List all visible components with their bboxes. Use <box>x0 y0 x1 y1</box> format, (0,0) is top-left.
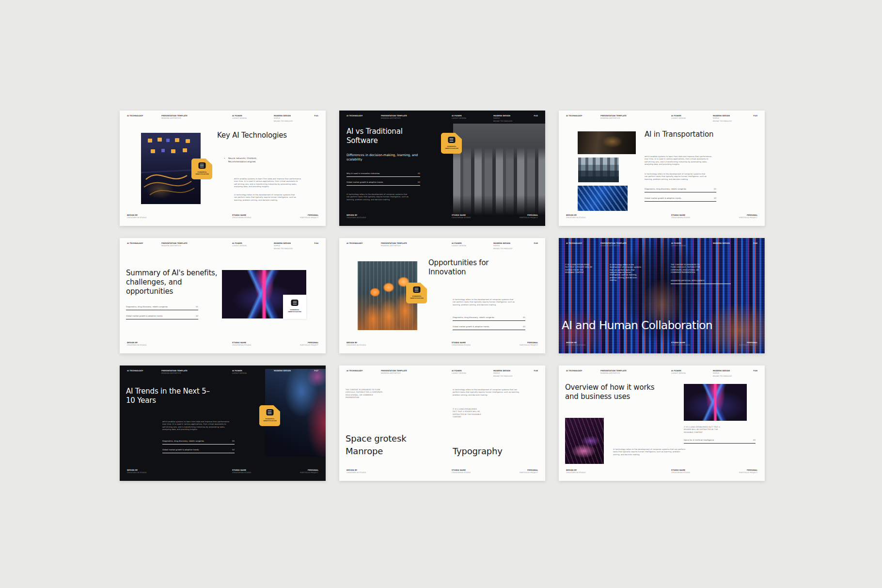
stat-row-1: Why AI used in innovation industries 01 <box>346 172 420 177</box>
list-icon <box>198 162 205 169</box>
stat-value: 01 <box>184 305 198 308</box>
industrial-plant-photo <box>453 124 545 215</box>
list-icon <box>413 286 420 293</box>
stat-value: 02 <box>511 325 525 328</box>
left-note: THE CONTENT IS ARRANGED TO FLOW LOGICALL… <box>346 388 384 399</box>
stat-row: Demo for AI Artificial Intelligence 02 <box>684 438 756 444</box>
header-template: PRESENTATION TEMPLATEMODERN AESTHETICS <box>600 114 649 120</box>
stat-label: Global market growth & adoption trends <box>162 448 225 451</box>
page-number: P.04 <box>294 242 318 244</box>
header-power: AI POWERLAYOUT DESIGN <box>671 369 710 375</box>
neon-cross-photo <box>684 384 747 421</box>
stat-label: Why AI used in innovation industries <box>346 172 410 175</box>
footer-personal: PERSONALPORTFOLIO PROJECT <box>499 341 538 347</box>
footer-studio: STUDIO NAMECREATORSIN STUDIO <box>671 214 720 219</box>
footer-studio: STUDIO NAMECREATORSIN STUDIO <box>232 469 281 474</box>
header-template: PRESENTATION TEMPLATEMODERN AESTHETICS <box>600 369 649 375</box>
slide-ai-trends-next-years: AI TECHNOLOGY PRESENTATION TEMPLATEMODER… <box>120 366 326 481</box>
footer-designby: DESIGN BYCREATORS IN STUDIO <box>127 469 175 474</box>
footer-studio: STUDIO NAMECREATORSIN STUDIO <box>671 469 720 474</box>
blue-cables-photo <box>578 186 628 211</box>
stat-value: 02 <box>220 448 235 451</box>
footer-studio: STUDIO NAMECREATORSIN STUDIO <box>452 341 500 347</box>
stat-label: Demo for AI Artificial Intelligence <box>684 439 747 441</box>
bullet-text: Neural networks, Chatbots, Recommendatio… <box>228 157 260 163</box>
slide-ai-vs-traditional-software: AI TECHNOLOGY PRESENTATION TEMPLATEMODER… <box>339 111 545 226</box>
stat-value: 02 <box>406 181 420 183</box>
header-template: PRESENTATION TEMPLATEMODERN AESTHETICS <box>381 369 429 375</box>
footer-designby: DESIGN BYCREATORS IN STUDIO <box>346 469 395 474</box>
footer-personal: PERSONALPORTFOLIO PROJECT <box>280 341 318 347</box>
footer-personal: PERSONALPORTFOLIO PROJECT <box>719 469 757 474</box>
stat-label: Diagnostics, drug discovery, robotic sur… <box>162 440 225 442</box>
header-brand: AI TECHNOLOGY <box>127 369 166 372</box>
right-note: IT IS A LONG ESTABLISHED FACT THAT A REA… <box>684 426 720 433</box>
right-note: IT IS A LONG ESTABLISHED FACT THAT A REA… <box>453 408 482 418</box>
left-note: IT IS A LONG ESTABLISHED FACT THAT A REA… <box>565 263 593 274</box>
footer-designby: DESIGN BYCREATORS IN STUDIO <box>346 214 395 219</box>
header-brand: AI TECHNOLOGY <box>346 114 385 117</box>
bullet-dot: • <box>224 157 228 160</box>
slide-title: Opportunities for Innovation <box>428 258 506 277</box>
footer-studio: STUDIO NAMECREATORSIN STUDIO <box>452 214 500 219</box>
page-number: P.05 <box>514 242 538 244</box>
page-number: P.01 <box>294 114 318 117</box>
stat-row-1: Diagnostics, drug discovery, robotic sur… <box>453 316 525 321</box>
slide-title: Summary of AI's benefits, challenges, an… <box>126 269 218 296</box>
header-brand: AI TECHNOLOGY <box>566 242 605 244</box>
header-power: AI POWERLAYOUT DESIGN <box>232 114 271 120</box>
footer-personal: PERSONALPORTFOLIO PROJECT <box>280 469 318 474</box>
stat-value: 02 <box>702 197 716 199</box>
powerful-identification-badge: POWERFULIDENTIFICATION <box>406 283 427 303</box>
header-template: PRESENTATION TEMPLATEMODERN AESTHETICS <box>161 114 210 120</box>
powerful-identification-badge: POWERFULIDENTIFICATION <box>191 159 212 179</box>
stat-row-1: Diagnostics, drug discovery, robotic sur… <box>645 187 716 192</box>
neon-hands-photo <box>565 418 604 464</box>
stat-row-2: Global market growth & adoption trends 0… <box>126 314 198 319</box>
slide-opportunities-for-innovation: AI TECHNOLOGY PRESENTATION TEMPLATEMODER… <box>339 238 545 353</box>
stat-label: Global market growth & adoption trends <box>126 315 189 317</box>
body-paragraph: AI technology refers to the development … <box>453 388 523 396</box>
stat-row-2: Global market growth & adoption trends 0… <box>645 196 716 202</box>
stat-row-1: Diagnostics, drug discovery, robotic sur… <box>162 439 235 445</box>
header-brand: AI TECHNOLOGY <box>127 114 166 117</box>
typography-heading: Typography <box>453 446 545 457</box>
footer-designby: DESIGN BYCREATORS IN STUDIO <box>566 469 614 474</box>
right-note: THE CONTENT IS ARRANGED TO FLOW LOGICALL… <box>671 263 704 274</box>
tag-row: ADVANCED ARTIFICIAL INTELLIGENCE <box>671 279 731 284</box>
body-paragraph-1: which enables systems to learn from data… <box>645 155 712 166</box>
stat-value: 01 <box>406 172 420 175</box>
body-paragraph: AI technology refers to the development … <box>346 193 410 201</box>
slide-title: AI Trends in the Next 5–10 Years <box>126 387 213 405</box>
stat-label: Diagnostics, drug discovery, robotic sur… <box>126 305 189 308</box>
stat-label: Diagnostics, drug discovery, robotic sur… <box>645 188 708 190</box>
slide-title: AI vs Traditional Software <box>346 127 429 145</box>
slide-grid: AI TECHNOLOGY PRESENTATION TEMPLATEMODER… <box>120 111 765 481</box>
header-template: PRESENTATION TEMPLATEMODERN AESTHETICS <box>381 114 429 120</box>
machinery-photo <box>578 131 636 154</box>
page-number: P.02 <box>514 114 538 117</box>
page-number: P.06 <box>733 242 757 244</box>
slide-summary-of-ai-benefits: AI TECHNOLOGY PRESENTATION TEMPLATEMODER… <box>120 238 326 353</box>
stat-value: 01 <box>702 188 716 190</box>
header-brand: AI TECHNOLOGY <box>127 242 166 244</box>
stat-label: Diagnostics, drug discovery, robotic sur… <box>453 316 516 318</box>
list-icon <box>448 137 455 143</box>
center-note: AI technology refers to the development … <box>610 263 643 282</box>
header-power: AI POWERLAYOUT DESIGN <box>452 369 490 375</box>
header-power: AI POWERLAYOUT DESIGN <box>232 369 271 375</box>
header-power: AI POWERLAYOUT DESIGN <box>671 114 710 120</box>
stat-value: 02 <box>184 315 198 317</box>
footer-studio: STUDIO NAMECREATORSIN STUDIO <box>452 469 500 474</box>
body-paragraph-2: AI technology refers to the development … <box>234 193 297 201</box>
slide-title: Key AI Technologies <box>217 131 290 140</box>
header-power: AI POWERLAYOUT DESIGN <box>671 242 710 247</box>
slide-ai-in-transportation: AI TECHNOLOGY PRESENTATION TEMPLATEMODER… <box>559 111 765 226</box>
body-paragraph-1: which enables systems to learn from data… <box>234 177 302 188</box>
stat-row-2: Global market growth & adoption trends 0… <box>346 180 420 186</box>
power-station-photo <box>578 158 619 182</box>
stat-row-1: Diagnostics, drug discovery, robotic sur… <box>126 305 198 310</box>
badge-label: POWERFULIDENTIFICATION <box>443 145 460 149</box>
list-icon <box>266 409 273 415</box>
font-name-space-grotesk: Space grotesk <box>346 433 452 445</box>
